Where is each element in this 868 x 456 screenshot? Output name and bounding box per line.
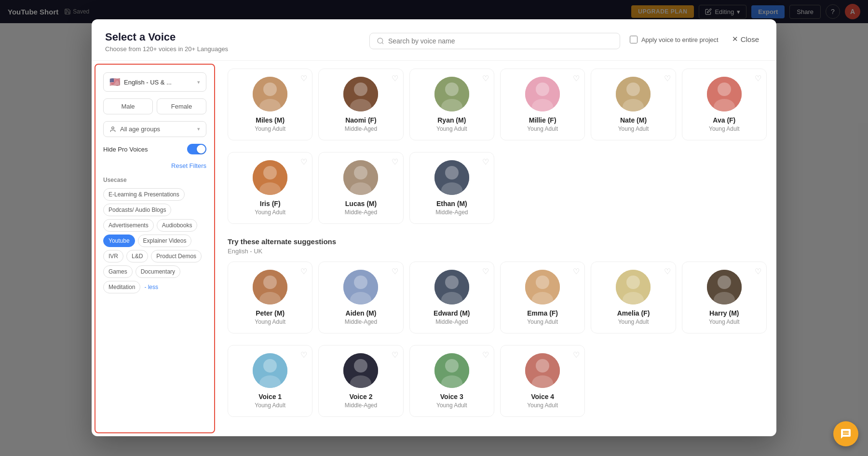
voice-search-container xyxy=(369,33,620,49)
favorite-button[interactable]: ♡ xyxy=(300,267,307,276)
favorite-button[interactable]: ♡ xyxy=(755,267,761,276)
alt-voice-grid: ♡ Peter (M)Young Adult♡ Aiden (M)Middle-… xyxy=(228,262,767,333)
favorite-button[interactable]: ♡ xyxy=(392,267,398,276)
favorite-button[interactable]: ♡ xyxy=(300,157,307,166)
hide-pro-label: Hide Pro Voices xyxy=(103,146,148,153)
usecase-tag-advertisements[interactable]: Advertisements xyxy=(103,219,154,232)
usecase-tag-explainer-videos[interactable]: Explainer Videos xyxy=(138,235,192,247)
less-tags-button[interactable]: - less xyxy=(143,281,159,293)
usecase-tag-games[interactable]: Games xyxy=(103,265,133,278)
apply-voice-checkbox[interactable] xyxy=(630,36,637,43)
usecase-tag-documentary[interactable]: Documentary xyxy=(136,265,180,278)
voice-age: Middle-Aged xyxy=(435,209,468,216)
favorite-button[interactable]: ♡ xyxy=(573,350,580,359)
favorite-button[interactable]: ♡ xyxy=(482,350,489,359)
voice-card[interactable]: ♡ Lucas (M)Middle-Aged xyxy=(318,152,403,224)
voice-name: Iris (F) xyxy=(260,200,281,207)
usecase-tag-audiobooks[interactable]: Audiobooks xyxy=(157,219,198,232)
hide-pro-toggle[interactable] xyxy=(187,144,206,154)
favorite-button[interactable]: ♡ xyxy=(300,350,307,359)
voice-name: Nate (M) xyxy=(620,116,647,124)
voice-avatar xyxy=(525,77,560,111)
voice-search-input[interactable] xyxy=(388,37,613,45)
svg-point-31 xyxy=(263,276,277,289)
voice-name: Voice 4 xyxy=(531,393,554,401)
usecase-tag-e-learning---presentations[interactable]: E-Learning & Presentations xyxy=(103,188,185,201)
voice-card[interactable]: ♡ Iris (F)Young Adult xyxy=(228,152,312,224)
alt-suggestions-subtitle: English - UK xyxy=(228,248,767,255)
voice-name: Amelia (F) xyxy=(617,309,650,317)
favorite-button[interactable]: ♡ xyxy=(482,157,489,166)
close-x-icon: ✕ xyxy=(732,35,738,43)
chevron-down-icon: ▾ xyxy=(197,79,200,85)
modal-title: Select a Voice xyxy=(105,31,360,43)
voice-card[interactable]: ♡ Peter (M)Young Adult xyxy=(228,262,312,333)
svg-point-34 xyxy=(354,276,367,289)
favorite-button[interactable]: ♡ xyxy=(392,157,398,166)
favorite-button[interactable]: ♡ xyxy=(482,74,489,83)
svg-point-43 xyxy=(626,276,640,289)
age-group-select-button[interactable]: All age groups ▾ xyxy=(103,121,206,137)
svg-point-0 xyxy=(378,38,383,43)
usecase-tag-ivr[interactable]: IVR xyxy=(103,250,123,263)
favorite-button[interactable]: ♡ xyxy=(664,74,671,83)
voice-name: Voice 2 xyxy=(349,393,372,401)
voice-name: Millie (F) xyxy=(529,116,556,124)
voice-name: Edward (M) xyxy=(434,309,470,317)
voice-avatar xyxy=(707,270,742,304)
favorite-button[interactable]: ♡ xyxy=(573,267,580,276)
favorite-button[interactable]: ♡ xyxy=(392,74,398,83)
voice-name: Lucas (M) xyxy=(345,200,377,207)
favorite-button[interactable]: ♡ xyxy=(300,74,307,83)
select-voice-modal: Select a Voice Choose from 120+ voices i… xyxy=(92,19,776,436)
voice-card[interactable]: ♡ Ethan (M)Middle-Aged xyxy=(409,152,494,224)
voice-card[interactable]: ♡ Amelia (F)Young Adult xyxy=(591,262,676,333)
chat-widget[interactable] xyxy=(833,421,858,446)
voice-name: Voice 3 xyxy=(440,393,463,401)
voice-avatar xyxy=(525,270,560,304)
voice-card[interactable]: ♡ Aiden (M)Middle-Aged xyxy=(318,262,403,333)
voice-age: Middle-Aged xyxy=(435,318,468,325)
usecase-tag-product-demos[interactable]: Product Demos xyxy=(151,250,202,263)
usecase-tag-meditation[interactable]: Meditation xyxy=(103,281,140,293)
favorite-button[interactable]: ♡ xyxy=(573,74,580,83)
voice-card[interactable]: ♡ Miles (M)Young Adult xyxy=(228,69,312,140)
voice-avatar xyxy=(434,270,469,304)
usecase-tag-podcasts--audio-blogs[interactable]: Podcasts/ Audio Blogs xyxy=(103,204,171,216)
voice-card[interactable]: ♡ Ryan (M)Young Adult xyxy=(409,69,494,140)
voice-card[interactable]: ♡ Voice 4Young Adult xyxy=(500,345,585,417)
voice-avatar xyxy=(434,353,469,388)
apply-voice-label: Apply voice to entire project xyxy=(641,36,719,43)
favorite-button[interactable]: ♡ xyxy=(482,267,489,276)
voice-card[interactable]: ♡ Voice 2Middle-Aged xyxy=(318,345,403,417)
voice-age: Middle-Aged xyxy=(345,209,377,216)
language-select-button[interactable]: 🇺🇸 English - US & ... ▾ xyxy=(103,72,206,92)
voice-card[interactable]: ♡ Harry (M)Young Adult xyxy=(682,262,767,333)
voice-card[interactable]: ♡ Naomi (F)Middle-Aged xyxy=(318,69,403,140)
voice-card[interactable]: ♡ Nate (M)Young Adult xyxy=(591,69,676,140)
voice-card[interactable]: ♡ Ava (F)Young Adult xyxy=(682,69,767,140)
usecase-tag-youtube[interactable]: Youtube xyxy=(103,235,135,247)
voice-name: Voice 1 xyxy=(258,393,282,401)
reset-filters-button[interactable]: Reset Filters xyxy=(171,162,206,169)
voice-avatar xyxy=(434,77,469,111)
male-filter-button[interactable]: Male xyxy=(103,98,153,114)
voice-age: Young Adult xyxy=(618,125,649,132)
svg-point-4 xyxy=(263,83,277,96)
voice-card[interactable]: ♡ Edward (M)Middle-Aged xyxy=(409,262,494,333)
hide-pro-voices-row: Hide Pro Voices xyxy=(103,144,206,154)
svg-point-37 xyxy=(445,276,459,289)
voice-card[interactable]: ♡ Emma (F)Young Adult xyxy=(500,262,585,333)
voice-name: Harry (M) xyxy=(709,309,739,317)
close-button[interactable]: ✕ Close xyxy=(728,33,763,45)
usecase-tag-l-d[interactable]: L&D xyxy=(126,250,148,263)
voice-card[interactable]: ♡ Voice 1Young Adult xyxy=(228,345,312,417)
voice-card[interactable]: ♡ Millie (F)Young Adult xyxy=(500,69,585,140)
voice-card[interactable]: ♡ Voice 3Young Adult xyxy=(409,345,494,417)
favorite-button[interactable]: ♡ xyxy=(664,267,671,276)
female-filter-button[interactable]: Female xyxy=(157,98,206,114)
favorite-button[interactable]: ♡ xyxy=(392,350,398,359)
voice-grid-row2: ♡ Iris (F)Young Adult♡ Lucas (M)Middle-A… xyxy=(228,152,767,224)
favorite-button[interactable]: ♡ xyxy=(755,74,761,83)
usecase-label: Usecase xyxy=(103,177,206,183)
